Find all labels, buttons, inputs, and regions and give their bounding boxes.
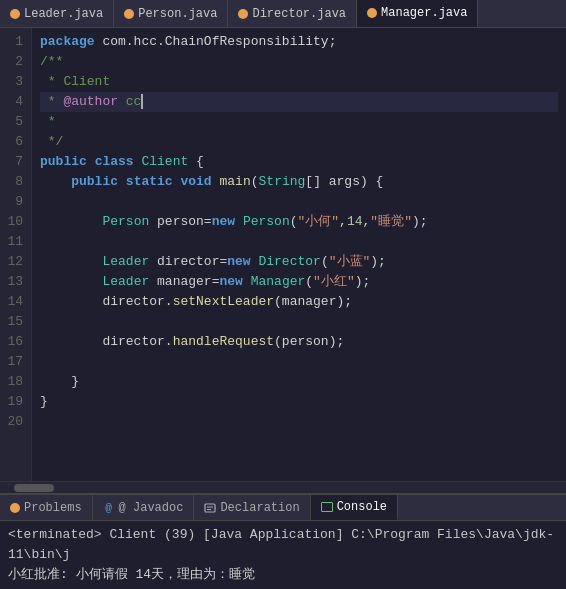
code-editor: 12345 678910 1112131415 1617181920 packa… (0, 28, 566, 493)
code-line-18: } (40, 372, 558, 392)
code-line-19: } (40, 392, 558, 412)
tab-icon-person (124, 9, 134, 19)
tab-label-manager: Manager.java (381, 6, 467, 20)
tab-label-leader: Leader.java (24, 7, 103, 21)
problems-icon (10, 503, 20, 513)
console-icon (321, 502, 333, 512)
console-line-2: 小红批准: 小何请假 14天，理由为：睡觉 (8, 565, 558, 585)
bottom-panel: Problems @ @ Javadoc Declaration Console… (0, 493, 566, 589)
tab-person-java[interactable]: Person.java (114, 0, 228, 27)
tab-label-person: Person.java (138, 7, 217, 21)
declaration-icon (204, 502, 216, 514)
code-line-15 (40, 312, 558, 332)
tab-director-java[interactable]: Director.java (228, 0, 357, 27)
code-line-9 (40, 192, 558, 212)
console-line-1: <terminated> Client (39) [Java Applicati… (8, 525, 558, 565)
tab-label-director: Director.java (252, 7, 346, 21)
code-line-13: Leader manager=new Manager("小红"); (40, 272, 558, 292)
tab-bar: Leader.java Person.java Director.java Ma… (0, 0, 566, 28)
tab-leader-java[interactable]: Leader.java (0, 0, 114, 27)
code-line-2: /** (40, 52, 558, 72)
console-output: <terminated> Client (39) [Java Applicati… (0, 521, 566, 589)
panel-tab-declaration[interactable]: Declaration (194, 495, 310, 520)
code-line-17 (40, 352, 558, 372)
code-line-16: director.handleRequest(person); (40, 332, 558, 352)
code-line-11 (40, 232, 558, 252)
svg-rect-0 (205, 504, 215, 512)
panel-tab-problems-label: Problems (24, 501, 82, 515)
panel-tab-problems[interactable]: Problems (0, 495, 93, 520)
code-line-5: * (40, 112, 558, 132)
code-line-3: * Client (40, 72, 558, 92)
tab-icon-director (238, 9, 248, 19)
code-line-6: */ (40, 132, 558, 152)
panel-tab-javadoc[interactable]: @ @ Javadoc (93, 495, 195, 520)
horizontal-scrollbar[interactable] (0, 481, 566, 493)
code-line-12: Leader director=new Director("小蓝"); (40, 252, 558, 272)
scrollbar-thumb[interactable] (14, 484, 54, 492)
panel-tab-javadoc-label: @ Javadoc (119, 501, 184, 515)
code-content[interactable]: package com.hcc.ChainOfResponsibility; /… (32, 28, 566, 481)
panel-tab-console-label: Console (337, 500, 387, 514)
code-area[interactable]: 12345 678910 1112131415 1617181920 packa… (0, 28, 566, 481)
code-line-14: director.setNextLeader(manager); (40, 292, 558, 312)
panel-tab-bar: Problems @ @ Javadoc Declaration Console (0, 495, 566, 521)
tab-icon-leader (10, 9, 20, 19)
tab-icon-manager (367, 8, 377, 18)
code-line-10: Person person=new Person("小何",14,"睡觉"); (40, 212, 558, 232)
panel-tab-declaration-label: Declaration (220, 501, 299, 515)
tab-manager-java[interactable]: Manager.java (357, 0, 478, 27)
javadoc-icon: @ (103, 502, 115, 514)
code-line-7: public class Client { (40, 152, 558, 172)
panel-tab-console[interactable]: Console (311, 495, 398, 520)
code-line-20 (40, 412, 558, 432)
line-numbers: 12345 678910 1112131415 1617181920 (0, 28, 32, 481)
code-line-1: package com.hcc.ChainOfResponsibility; (40, 32, 558, 52)
code-line-4: * @author cc (40, 92, 558, 112)
code-line-8: public static void main(String[] args) { (40, 172, 558, 192)
